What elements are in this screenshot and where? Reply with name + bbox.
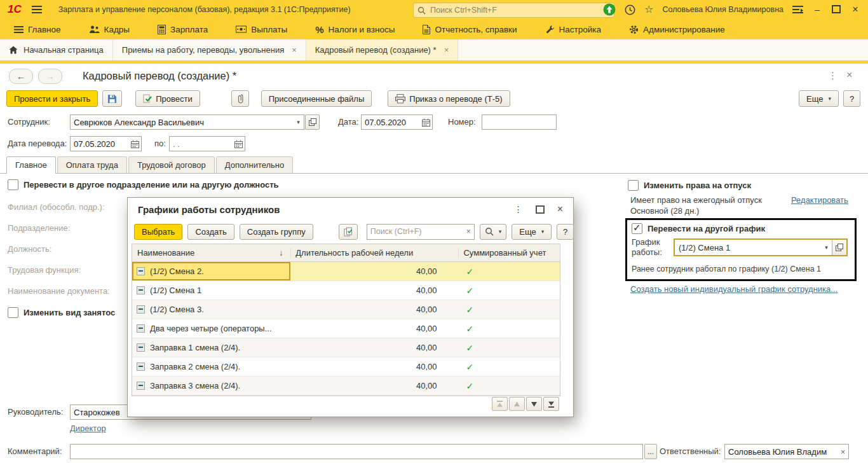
form-menu-icon[interactable]: ⋮ [828, 70, 837, 81]
table-row[interactable]: Два через четыре (операторы... 40,00 ✓ [132, 319, 560, 338]
go-down-button[interactable] [526, 397, 542, 411]
employee-open-button[interactable] [305, 114, 320, 130]
tab-pay[interactable]: Оплата труда [57, 156, 127, 173]
checkbox[interactable] [628, 180, 639, 191]
column-header-week[interactable]: Длительность рабочей недели [290, 248, 458, 258]
schedule-open-button[interactable] [832, 240, 846, 255]
main-menu-icon[interactable] [32, 6, 42, 13]
clear-field-icon[interactable]: × [837, 445, 848, 459]
go-last-button[interactable] [543, 397, 559, 411]
dialog-search-input[interactable] [367, 227, 463, 236]
change-employment-checkbox[interactable]: Изменить вид занятос [8, 307, 115, 318]
favorites-star-icon[interactable]: ☆ [644, 4, 653, 15]
calendar-icon[interactable] [419, 115, 432, 129]
copy-item-button[interactable] [339, 224, 358, 240]
edit-vacation-link[interactable]: Редактировать [791, 195, 848, 205]
attach-button[interactable] [231, 90, 249, 107]
maximize-icon[interactable] [831, 5, 841, 15]
help-button[interactable]: ? [843, 90, 860, 107]
titlebar-icons: ☆ Соловьева Юлия Владимировна – × [603, 0, 868, 19]
responsible-field[interactable]: Соловьева Юлия Владим × [724, 444, 849, 459]
checkmark-icon: ✓ [466, 305, 473, 315]
tab-contract[interactable]: Трудовой договор [128, 156, 215, 173]
select-button[interactable]: Выбрать [134, 224, 182, 240]
menu-item-main[interactable]: Главное [14, 25, 61, 34]
back-button[interactable]: ← [9, 69, 33, 84]
post-button[interactable]: Провести [135, 90, 200, 107]
current-user[interactable]: Соловьева Юлия Владимировна [662, 5, 783, 14]
employee-field[interactable]: Севрюков Александр Васильевич ▾ [70, 114, 304, 130]
table-row[interactable]: Заправка 1 смена (2/4). 40,00 ✓ [132, 338, 560, 357]
employee-label: Сотрудник: [8, 117, 50, 127]
tab-additional[interactable]: Дополнительно [216, 156, 294, 173]
column-header-summary[interactable]: Суммированный учет [458, 248, 560, 258]
post-and-close-button[interactable]: Провести и закрыть [6, 90, 98, 107]
manager-label: Руководитель: [8, 407, 63, 417]
menu-item-taxes[interactable]: % Налоги и взносы [315, 24, 395, 35]
tab-hires-transfers[interactable]: Приемы на работу, переводы, увольнения × [113, 39, 306, 60]
transfer-department-checkbox[interactable]: Перевести в другое подразделение или на … [8, 179, 279, 190]
comment-input[interactable] [71, 445, 642, 459]
transfer-date-field[interactable]: 07.05.2020 [70, 136, 142, 151]
comment-more-button[interactable]: ... [644, 444, 657, 459]
employee-dropdown-icon[interactable]: ▾ [293, 115, 304, 129]
menu-item-salary[interactable]: Зарплата [158, 25, 208, 34]
create-group-button[interactable]: Создать группу [240, 224, 313, 240]
tab-home[interactable]: Начальная страница [0, 39, 113, 60]
schedule-dropdown-icon[interactable]: ▾ [821, 240, 832, 255]
menu-item-reports[interactable]: Отчетность, справки [423, 25, 517, 34]
dialog-help-button[interactable]: ? [557, 224, 574, 240]
dialog-close-icon[interactable]: × [557, 204, 563, 215]
column-header-name[interactable]: Наименование ↓ [132, 248, 290, 258]
menu-item-payments[interactable]: Выплаты [236, 25, 287, 34]
schedule-field[interactable]: (1/2) Смена 1 ▾ [674, 238, 848, 256]
table-row[interactable]: (1/2) Смена 1 40,00 ✓ [132, 281, 560, 300]
menu-item-hr[interactable]: Кадры [89, 25, 130, 34]
change-schedule-checkbox[interactable]: Перевести на другой график [632, 223, 765, 234]
tab-personnel-transfer[interactable]: Кадровый перевод (создание) * × [306, 39, 458, 60]
global-search-input[interactable] [429, 5, 610, 15]
dialog-more-button[interactable]: Еще▾ [512, 224, 552, 240]
vacation-rights-checkbox[interactable]: Изменить права на отпуск [628, 180, 751, 191]
save-button[interactable] [102, 90, 122, 107]
table-row[interactable]: (1/2) Смена 3. 40,00 ✓ [132, 300, 560, 319]
table-row[interactable]: (1/2) Смена 2. 40,00 ✓ [132, 262, 560, 281]
checkbox[interactable] [8, 179, 18, 190]
close-window-icon[interactable]: × [850, 4, 860, 15]
create-button[interactable]: Создать [187, 224, 234, 240]
close-tab-icon[interactable]: × [292, 45, 297, 55]
calendar-icon[interactable] [232, 137, 245, 151]
forward-button[interactable]: → [38, 69, 62, 84]
dialog-maximize-icon[interactable] [536, 205, 545, 214]
checkbox-checked[interactable] [632, 223, 642, 234]
go-first-button[interactable] [492, 397, 508, 411]
transfer-to-field[interactable]: . . [169, 136, 245, 151]
date-field[interactable]: 07.05.2020 [361, 114, 433, 130]
more-button[interactable]: Еще▾ [799, 90, 839, 107]
go-up-button[interactable] [509, 397, 525, 411]
director-link[interactable]: Директор [70, 424, 106, 433]
clear-search-icon[interactable]: × [463, 227, 474, 236]
menu-item-administration[interactable]: Администрирование [629, 25, 725, 34]
panels-icon[interactable] [792, 6, 803, 14]
checkbox[interactable] [8, 307, 18, 318]
search-options-button[interactable]: ▾ [480, 224, 507, 240]
create-schedule-link[interactable]: Создать новый индивидуальный график сотр… [630, 284, 837, 294]
minimize-icon[interactable]: – [812, 5, 822, 14]
table-row[interactable]: Заправка 3 смена (2/4). 40,00 ✓ [132, 377, 560, 396]
transfer-order-button[interactable]: Приказ о переводе (Т-5) [388, 90, 510, 107]
calendar-icon[interactable] [128, 137, 141, 151]
discussions-icon[interactable] [603, 3, 616, 16]
tab-main[interactable]: Главное [6, 156, 56, 174]
schedule-item-icon [137, 286, 145, 294]
menu-item-settings[interactable]: Настройка [545, 25, 601, 34]
dialog-menu-icon[interactable]: ⋮ [514, 204, 523, 214]
comment-label: Комментарий: [8, 446, 62, 456]
attached-files-button[interactable]: Присоединенные файлы [261, 90, 372, 107]
number-field[interactable] [482, 114, 557, 130]
close-tab-icon[interactable]: × [444, 45, 449, 55]
form-close-icon[interactable]: × [846, 69, 852, 81]
table-row[interactable]: Заправка 2 смена (2/4). 40,00 ✓ [132, 357, 560, 377]
date-label: Дата: [338, 117, 358, 127]
history-icon[interactable] [625, 4, 635, 15]
